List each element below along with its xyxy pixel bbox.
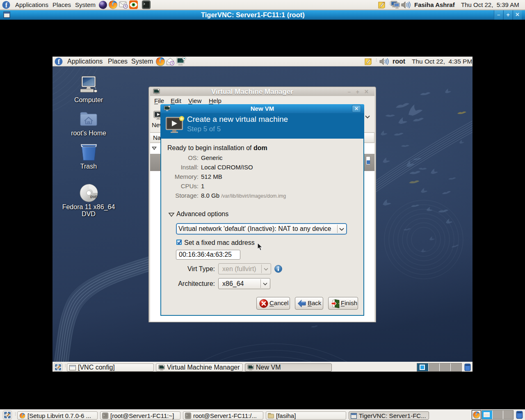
svg-text:f: f xyxy=(58,58,60,65)
svg-text:DVD: DVD xyxy=(90,195,98,199)
svg-text:f: f xyxy=(5,2,8,9)
